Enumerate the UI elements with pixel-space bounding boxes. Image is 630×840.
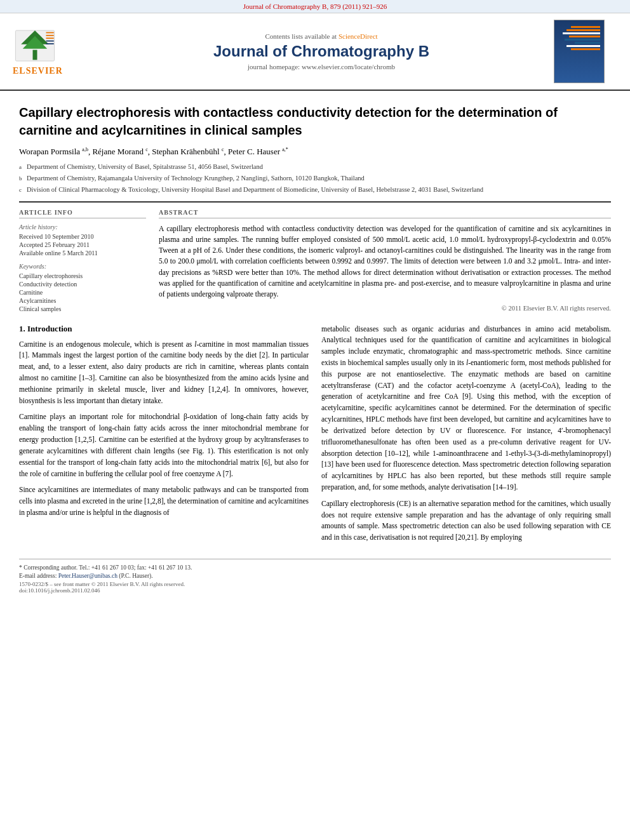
svg-rect-5 [46, 35, 54, 36]
available-date: Available online 5 March 2011 [19, 250, 146, 257]
abstract-col: ABSTRACT A capillary electrophoresis met… [159, 209, 611, 314]
journal-homepage: journal homepage: www.elsevier.com/locat… [89, 63, 554, 70]
email-note: E-mail address: Peter.Hauser@unibas.ch (… [19, 573, 611, 579]
keyword-4: Acylcarnitines [19, 297, 146, 304]
article-info-header: ARTICLE INFO [19, 209, 146, 218]
info-abstract-section: ARTICLE INFO Article history: Received 1… [19, 209, 611, 314]
elsevier-logo: ELSEVIER [13, 27, 89, 76]
body-section: 1. Introduction Carnitine is an endogeno… [19, 324, 611, 549]
header-center: Contents lists available at ScienceDirec… [89, 32, 554, 70]
svg-rect-6 [46, 37, 54, 39]
intro-para-3: Since acylcarnitines are intermediates o… [19, 484, 309, 518]
journal-bar: Journal of Chromatography B, 879 (2011) … [0, 0, 630, 13]
abstract-header: ABSTRACT [159, 209, 611, 218]
copyright-notice: © 2011 Elsevier B.V. All rights reserved… [159, 305, 611, 312]
journal-bar-text: Journal of Chromatography B, 879 (2011) … [243, 3, 387, 10]
body-two-col: 1. Introduction Carnitine is an endogeno… [19, 324, 611, 549]
elsevier-text: ELSEVIER [13, 66, 63, 76]
svg-rect-1 [33, 50, 37, 60]
svg-rect-8 [46, 43, 54, 44]
affiliation-c: c Division of Clinical Pharmacology & To… [19, 185, 611, 195]
svg-rect-4 [46, 32, 54, 34]
received-date: Received 10 September 2010 [19, 233, 146, 240]
article-info-col: ARTICLE INFO Article history: Received 1… [19, 209, 146, 314]
header-section: ELSEVIER Contents lists available at Sci… [0, 13, 630, 91]
authors: Worapan Pormsila a,b, Réjane Morand c, S… [19, 147, 611, 157]
svg-rect-7 [46, 41, 54, 42]
history-label: Article history: [19, 223, 146, 230]
affiliation-b: b Department of Chemistry, Rajamangala U… [19, 173, 611, 183]
keyword-5: Clinical samples [19, 305, 146, 312]
affiliations: a Department of Chemistry, University of… [19, 162, 611, 194]
intro-title: 1. Introduction [19, 324, 309, 334]
affiliation-a: a Department of Chemistry, University of… [19, 162, 611, 172]
article-footer: * Corresponding author. Tel.: +41 61 267… [19, 559, 611, 594]
keywords-label: Keywords: [19, 263, 146, 270]
email-link[interactable]: Peter.Hauser@unibas.ch [58, 573, 117, 579]
footer-copyright: 1570-0232/$ – see front matter © 2011 El… [19, 581, 611, 594]
elsevier-tree-icon [13, 27, 57, 65]
journal-cover-thumbnail [554, 20, 617, 83]
keyword-3: Carnitine [19, 289, 146, 296]
article-divider [19, 201, 611, 203]
article-content: Capillary electrophoresis with contactle… [0, 91, 630, 606]
intro-para-2: Carnitine plays an important role for mi… [19, 411, 309, 479]
body-right-col: metabolic diseases such as organic acidu… [321, 324, 611, 549]
right-para-2: Capillary electrophoresis (CE) is an alt… [321, 498, 611, 543]
corresponding-note: * Corresponding author. Tel.: +41 61 267… [19, 564, 611, 571]
body-left-col: 1. Introduction Carnitine is an endogeno… [19, 324, 309, 549]
right-para-1: metabolic diseases such as organic acidu… [321, 324, 611, 493]
article-title: Capillary electrophoresis with contactle… [19, 103, 611, 139]
journal-title: Journal of Chromatography B [89, 43, 554, 60]
keyword-2: Conductivity detection [19, 281, 146, 288]
contents-line: Contents lists available at ScienceDirec… [89, 32, 554, 40]
abstract-text: A capillary electrophoresis method with … [159, 223, 611, 300]
journal-cover-image [554, 20, 605, 83]
intro-para-1: Carnitine is an endogenous molecule, whi… [19, 339, 309, 407]
sciencedirect-link[interactable]: ScienceDirect [338, 32, 378, 40]
accepted-date: Accepted 25 February 2011 [19, 241, 146, 248]
keyword-1: Capillary electrophoresis [19, 272, 146, 279]
